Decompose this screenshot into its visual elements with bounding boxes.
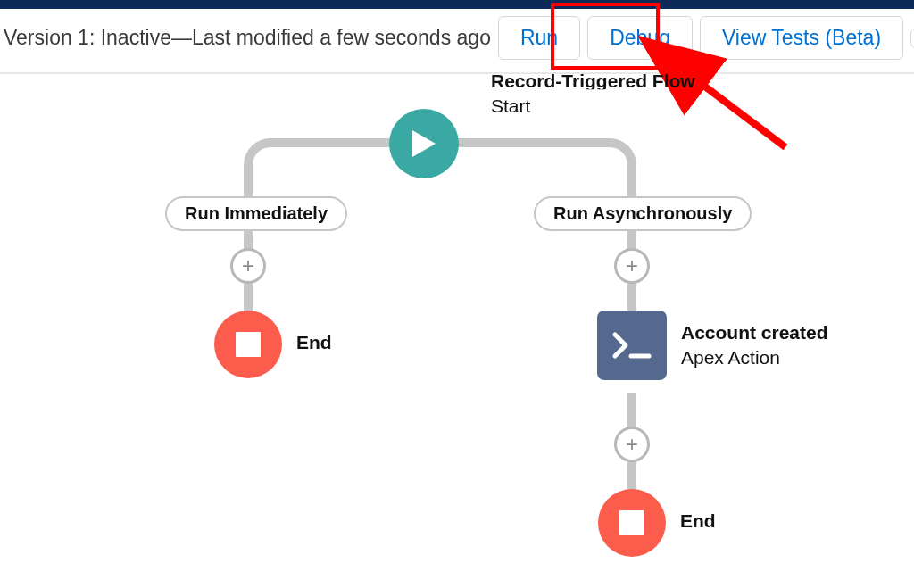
apex-node-labels: Account created Apex Action <box>681 321 828 370</box>
end-node-left[interactable] <box>214 311 282 378</box>
branch-pill-run-asynchronously[interactable]: Run Asynchronously <box>534 196 752 231</box>
run-button[interactable]: Run <box>498 16 580 60</box>
plus-icon: + <box>626 434 638 455</box>
flow-header-labels: Record-Triggered Flow Start <box>491 70 695 119</box>
stop-icon <box>619 509 645 536</box>
end-label-right: End <box>680 510 716 532</box>
view-tests-button[interactable]: View Tests (Beta) <box>700 16 903 60</box>
add-element-right-2[interactable]: + <box>614 427 650 462</box>
add-element-right-1[interactable]: + <box>614 248 650 284</box>
debug-button[interactable]: Debug <box>587 16 693 60</box>
plus-icon: + <box>242 255 254 277</box>
flow-header-subtitle: Start <box>491 95 695 118</box>
svg-rect-5 <box>619 510 644 535</box>
apex-node-subtitle: Apex Action <box>681 346 828 369</box>
apex-node-title: Account created <box>681 321 828 344</box>
end-node-right[interactable] <box>598 489 666 557</box>
flow-header-title: Record-Triggered Flow <box>491 70 695 93</box>
toolbar: Version 1: Inactive—Last modified a few … <box>0 9 914 74</box>
apex-action-node[interactable] <box>597 311 667 380</box>
plus-icon: + <box>626 255 638 277</box>
start-node[interactable] <box>389 109 459 178</box>
terminal-icon <box>610 329 654 361</box>
branch-pill-run-immediately[interactable]: Run Immediately <box>165 196 347 231</box>
stop-icon <box>235 331 262 358</box>
flow-canvas[interactable]: Record-Triggered Flow Start Run Immediat… <box>0 71 914 588</box>
play-icon <box>411 128 437 159</box>
add-element-left[interactable]: + <box>230 248 266 284</box>
end-label-left: End <box>296 332 332 353</box>
svg-rect-3 <box>236 332 261 357</box>
version-status-text: Version 1: Inactive—Last modified a few … <box>4 26 491 50</box>
svg-marker-2 <box>412 130 436 157</box>
more-button[interactable] <box>910 29 914 48</box>
